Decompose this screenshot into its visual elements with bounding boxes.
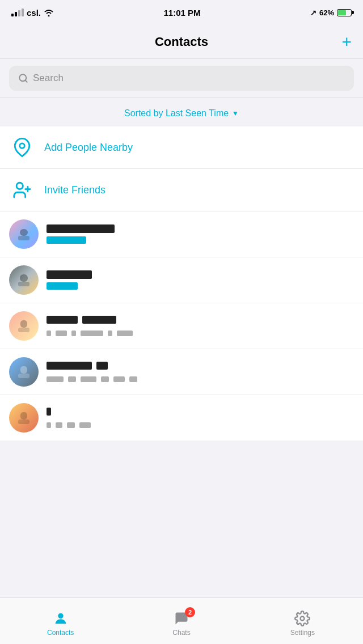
contacts-list: Add People Nearby Invite Friends: [0, 126, 363, 440]
status-left: csl.: [11, 8, 54, 18]
tab-settings-label: Settings: [290, 629, 315, 637]
invite-friends-item[interactable]: Invite Friends: [0, 169, 363, 211]
location-icon: [9, 134, 35, 160]
tab-bar: Contacts 2 Chats Settings: [0, 597, 363, 644]
status-time: 11:01 PM: [163, 8, 200, 18]
contact-name: [47, 270, 354, 290]
location-status-icon: ↗: [310, 9, 316, 17]
sort-row[interactable]: Sorted by Last Seen Time ▼: [0, 98, 363, 126]
svg-rect-14: [20, 412, 27, 420]
svg-rect-8: [20, 274, 28, 282]
invite-icon: [9, 177, 35, 203]
svg-line-1: [25, 80, 27, 82]
status-bar: csl. 11:01 PM ↗ 62%: [0, 0, 363, 25]
sort-label[interactable]: Sorted by Last Seen Time: [124, 108, 229, 118]
page-header: Contacts +: [0, 25, 363, 59]
svg-rect-10: [20, 320, 27, 328]
invite-label: Invite Friends: [44, 184, 105, 196]
contact-status: [47, 422, 354, 428]
svg-point-3: [16, 183, 23, 189]
tab-chats-label: Chats: [172, 629, 190, 637]
page-title: Contacts: [155, 35, 208, 49]
tab-settings[interactable]: Settings: [242, 598, 363, 644]
contact-item[interactable]: [0, 395, 363, 440]
search-icon: [18, 73, 28, 83]
contacts-tab-icon: [53, 611, 69, 626]
svg-rect-9: [18, 282, 29, 286]
svg-rect-11: [18, 328, 29, 332]
battery-icon: [337, 9, 352, 16]
contact-info: [47, 362, 354, 382]
svg-point-16: [58, 613, 63, 618]
avatar: [9, 403, 39, 433]
svg-point-17: [301, 617, 305, 621]
svg-rect-12: [20, 366, 27, 374]
contact-name: [47, 408, 354, 428]
contact-status: [47, 331, 354, 336]
contact-info: [47, 224, 354, 244]
tab-contacts[interactable]: Contacts: [0, 598, 121, 644]
search-container: Search: [0, 59, 363, 98]
search-placeholder: Search: [33, 73, 64, 84]
avatar: [9, 311, 39, 341]
contact-name: [47, 316, 354, 336]
contact-info: [47, 316, 354, 336]
status-right: ↗ 62%: [310, 9, 352, 17]
svg-rect-6: [20, 229, 28, 236]
contact-name: [47, 224, 354, 244]
contact-item[interactable]: [0, 257, 363, 303]
contact-status: [47, 376, 354, 382]
svg-rect-15: [18, 420, 29, 424]
contact-item[interactable]: [0, 211, 363, 257]
wifi-icon: [44, 9, 54, 16]
avatar: [9, 357, 39, 387]
add-nearby-item[interactable]: Add People Nearby: [0, 126, 363, 169]
battery-percent: 62%: [319, 9, 334, 17]
avatar: [9, 265, 39, 295]
chats-tab-icon: 2: [174, 611, 189, 626]
chats-badge: 2: [185, 607, 195, 617]
search-bar[interactable]: Search: [9, 66, 354, 91]
svg-rect-7: [18, 236, 29, 240]
svg-rect-13: [18, 374, 29, 378]
avatar: [9, 219, 39, 249]
contact-item[interactable]: [0, 303, 363, 349]
add-nearby-label: Add People Nearby: [44, 142, 133, 154]
tab-chats[interactable]: 2 Chats: [121, 598, 242, 644]
signal-icon: [11, 9, 24, 16]
contact-info: [47, 408, 354, 428]
settings-tab-icon: [294, 611, 310, 626]
contact-item[interactable]: [0, 349, 363, 395]
carrier-label: csl.: [27, 8, 41, 18]
svg-point-2: [20, 143, 25, 148]
contact-name: [47, 362, 354, 382]
contact-info: [47, 270, 354, 290]
sort-arrow-icon: ▼: [232, 109, 239, 117]
add-contact-button[interactable]: +: [341, 33, 352, 50]
tab-contacts-label: Contacts: [47, 629, 74, 637]
